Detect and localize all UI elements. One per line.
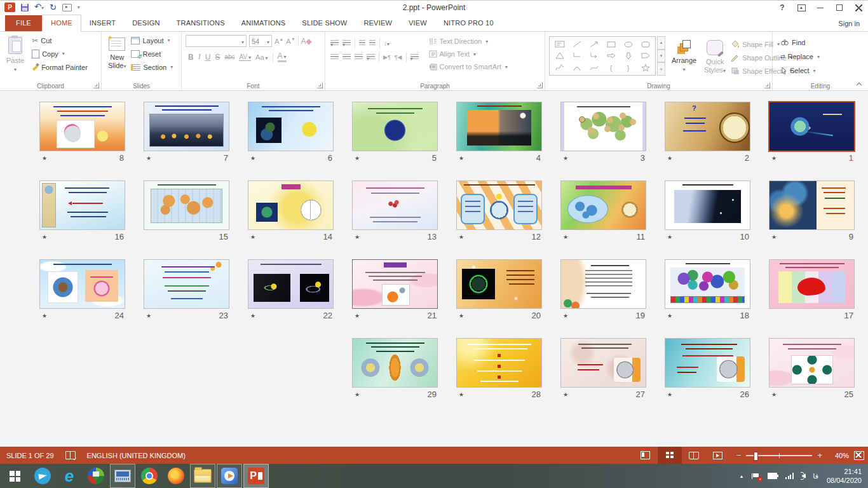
curve-shape-icon[interactable]: [589, 64, 599, 72]
replace-button[interactable]: ⇄ Replace: [779, 50, 868, 64]
line-shape-icon[interactable]: [572, 40, 582, 48]
section-button[interactable]: Section: [130, 60, 174, 74]
action-center-flag-icon[interactable]: [752, 473, 759, 479]
taskbar-telegram[interactable]: [30, 464, 55, 488]
text-direction-button[interactable]: Text Direction: [428, 35, 509, 48]
rectangle-shape-icon[interactable]: [606, 40, 616, 48]
slide-21-thumbnail[interactable]: [352, 259, 438, 309]
font-dialog-launcher[interactable]: [317, 83, 323, 88]
slide-1-thumbnail[interactable]: [768, 101, 855, 152]
tab-nitro-pro[interactable]: NITRO PRO 10: [435, 15, 502, 31]
slide-14-thumbnail[interactable]: [248, 180, 334, 230]
zoom-slider-thumb[interactable]: [754, 452, 758, 461]
font-color-button[interactable]: A: [278, 51, 287, 62]
shapes-more-icon[interactable]: ⩔: [657, 62, 665, 76]
slide-sorter-view-button[interactable]: [658, 447, 682, 464]
ribbon-display-options-button[interactable]: [792, 1, 811, 15]
slide-16-thumbnail[interactable]: [39, 180, 125, 230]
animation-star-icon[interactable]: ★: [667, 155, 674, 161]
slide-3-thumbnail[interactable]: [560, 102, 646, 151]
taskbar-download-manager[interactable]: [83, 464, 109, 488]
slide-15-thumbnail[interactable]: [144, 180, 229, 230]
tab-insert[interactable]: INSERT: [81, 15, 124, 31]
italic-button[interactable]: I: [198, 52, 201, 62]
animation-star-icon[interactable]: ★: [459, 391, 465, 398]
tab-file[interactable]: FILE: [5, 15, 42, 31]
numbering-button[interactable]: [342, 40, 351, 46]
align-center-button[interactable]: [342, 54, 351, 60]
input-language-indicator[interactable]: فا: [813, 472, 818, 480]
animation-star-icon[interactable]: ★: [42, 234, 48, 240]
animation-star-icon[interactable]: ★: [563, 313, 569, 319]
clipboard-dialog-launcher[interactable]: [93, 83, 99, 88]
tab-transitions[interactable]: TRANSITIONS: [168, 15, 233, 31]
slide-17-thumbnail[interactable]: [769, 259, 855, 309]
help-button[interactable]: ?: [773, 1, 792, 15]
slide-show-button[interactable]: [706, 447, 730, 464]
decrease-indent-button[interactable]: [359, 40, 365, 46]
taskbar-clock[interactable]: 21:41 08/04/2020: [827, 467, 862, 485]
copy-button[interactable]: Copy: [31, 47, 89, 60]
grow-font-button[interactable]: A▲: [275, 37, 283, 45]
tab-design[interactable]: DESIGN: [124, 15, 168, 31]
network-signal-icon[interactable]: [785, 473, 794, 479]
slide-29-thumbnail[interactable]: [352, 338, 438, 388]
down-arrow-shape-icon[interactable]: [623, 51, 634, 60]
align-right-button[interactable]: [355, 54, 363, 60]
font-size-combo[interactable]: 54: [249, 35, 272, 47]
slide-20-thumbnail[interactable]: [456, 259, 542, 309]
text-shadow-button[interactable]: S: [215, 53, 220, 62]
triangle-shape-icon[interactable]: [555, 51, 565, 60]
customize-qat-icon[interactable]: [78, 4, 80, 10]
animation-star-icon[interactable]: ★: [250, 234, 257, 240]
slide-25-thumbnail[interactable]: [769, 338, 855, 388]
increase-indent-button[interactable]: [369, 40, 376, 46]
oval-shape-icon[interactable]: [623, 40, 634, 48]
tab-slideshow[interactable]: SLIDE SHOW: [294, 15, 355, 31]
battery-icon[interactable]: [768, 473, 777, 479]
taskbar-media-player[interactable]: [217, 464, 242, 488]
underline-button[interactable]: U: [205, 53, 211, 62]
rounded-rectangle-shape-icon[interactable]: [641, 40, 651, 48]
animation-star-icon[interactable]: ★: [355, 391, 361, 398]
arrow-shape-icon[interactable]: [589, 40, 599, 48]
pentagon-shape-icon[interactable]: [641, 51, 651, 60]
bold-button[interactable]: B: [188, 53, 194, 62]
left-to-right-button[interactable]: ▶¶: [383, 54, 391, 60]
slide-4-thumbnail[interactable]: [456, 102, 542, 151]
slide-22-thumbnail[interactable]: [248, 259, 334, 309]
animation-star-icon[interactable]: ★: [563, 234, 569, 240]
animation-star-icon[interactable]: ★: [771, 391, 778, 398]
scribble-shape-icon[interactable]: [555, 64, 565, 72]
slide-26-thumbnail[interactable]: [665, 338, 750, 388]
new-slide-button[interactable]: New Slide: [104, 34, 130, 82]
animation-star-icon[interactable]: ★: [146, 155, 153, 161]
animation-star-icon[interactable]: ★: [459, 313, 465, 319]
quick-styles-button[interactable]: Quick Styles: [700, 36, 729, 85]
taskbar-chrome[interactable]: [137, 464, 162, 488]
find-button[interactable]: Find: [779, 36, 868, 50]
zoom-level[interactable]: 40%: [827, 452, 849, 459]
slide-7-thumbnail[interactable]: [144, 102, 229, 151]
redo-icon[interactable]: ↻: [50, 4, 57, 11]
star-shape-icon[interactable]: [641, 64, 651, 72]
tab-view[interactable]: VIEW: [400, 15, 435, 31]
animation-star-icon[interactable]: ★: [771, 155, 778, 161]
slide-12-thumbnail[interactable]: [456, 180, 542, 230]
slide-23-thumbnail[interactable]: [144, 259, 229, 309]
bullets-button[interactable]: [330, 40, 339, 46]
slide-9-thumbnail[interactable]: [769, 180, 855, 230]
animation-star-icon[interactable]: ★: [667, 391, 674, 398]
font-name-combo[interactable]: [186, 35, 247, 47]
arc-shape-icon[interactable]: [572, 64, 582, 72]
shapes-scroll-down-icon[interactable]: ▾: [657, 50, 665, 63]
shrink-font-button[interactable]: A▼: [286, 37, 295, 45]
slide-13-thumbnail[interactable]: [352, 180, 438, 230]
hidden-icons-chevron-icon[interactable]: ▲: [739, 474, 743, 478]
minimize-button[interactable]: [811, 1, 830, 15]
format-painter-button[interactable]: Format Painter: [31, 60, 89, 74]
slide-11-thumbnail[interactable]: [560, 180, 646, 230]
animation-star-icon[interactable]: ★: [250, 313, 257, 319]
slide-24-thumbnail[interactable]: [39, 259, 125, 309]
elbow-arrow-connector-icon[interactable]: [589, 51, 599, 60]
